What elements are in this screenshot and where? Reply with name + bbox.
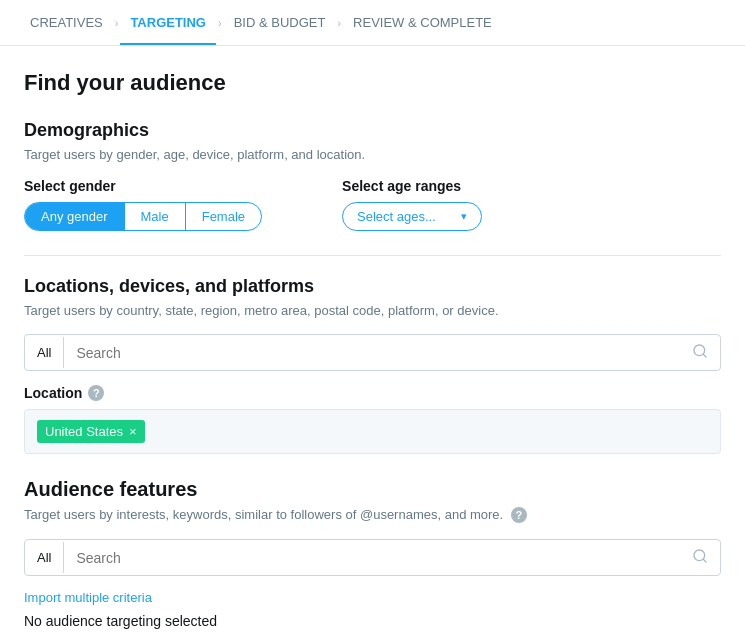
nav-chevron-3: ›: [337, 17, 341, 29]
location-field-label: Location ?: [24, 385, 721, 401]
gender-btn-any[interactable]: Any gender: [25, 203, 124, 230]
section-divider: [24, 255, 721, 256]
chevron-down-icon: ▾: [461, 210, 467, 223]
nav-chevron-1: ›: [115, 17, 119, 29]
audience-desc-text: Target users by interests, keywords, sim…: [24, 507, 503, 522]
location-label-text: Location: [24, 385, 82, 401]
locations-title: Locations, devices, and platforms: [24, 276, 721, 297]
location-tag-us: United States ×: [37, 420, 145, 443]
demographics-section: Demographics Target users by gender, age…: [24, 120, 721, 231]
gender-btn-male[interactable]: Male: [124, 203, 185, 230]
demographics-desc: Target users by gender, age, device, pla…: [24, 147, 721, 162]
svg-line-1: [703, 354, 706, 357]
location-tags-box: United States ×: [24, 409, 721, 454]
locations-desc: Target users by country, state, region, …: [24, 303, 721, 318]
audience-all-label: All: [25, 542, 64, 573]
audience-search-row: All: [24, 539, 721, 576]
age-dropdown[interactable]: Select ages... ▾: [342, 202, 482, 231]
nav-label-bid-budget: BID & BUDGET: [234, 15, 326, 30]
search-icon: [680, 335, 720, 370]
locations-all-label: All: [25, 337, 64, 368]
gender-age-row: Select gender Any gender Male Female Sel…: [24, 178, 721, 231]
age-label: Select age ranges: [342, 178, 482, 194]
page-title: Find your audience: [24, 70, 721, 96]
location-help-icon[interactable]: ?: [88, 385, 104, 401]
gender-button-group: Any gender Male Female: [24, 202, 262, 231]
import-multiple-link[interactable]: Import multiple criteria: [24, 590, 721, 605]
nav-item-review-complete[interactable]: REVIEW & COMPLETE: [343, 0, 502, 45]
gender-field-group: Select gender Any gender Male Female: [24, 178, 262, 231]
nav-item-creatives[interactable]: CREATIVES: [20, 0, 113, 45]
audience-help-icon[interactable]: ?: [511, 507, 527, 523]
age-field-group: Select age ranges Select ages... ▾: [342, 178, 482, 231]
main-content: Find your audience Demographics Target u…: [0, 46, 745, 640]
top-nav: CREATIVES › TARGETING › BID & BUDGET › R…: [0, 0, 745, 46]
no-targeting-text: No audience targeting selected: [24, 613, 721, 629]
audience-search-input[interactable]: [64, 542, 680, 574]
svg-line-3: [703, 559, 706, 562]
demographics-title: Demographics: [24, 120, 721, 141]
nav-chevron-2: ›: [218, 17, 222, 29]
audience-desc: Target users by interests, keywords, sim…: [24, 507, 721, 523]
locations-section: Locations, devices, and platforms Target…: [24, 276, 721, 454]
gender-label: Select gender: [24, 178, 262, 194]
nav-item-bid-budget[interactable]: BID & BUDGET: [224, 0, 336, 45]
location-tag-remove[interactable]: ×: [129, 425, 137, 438]
nav-label-review-complete: REVIEW & COMPLETE: [353, 15, 492, 30]
nav-label-targeting: TARGETING: [130, 15, 206, 30]
age-dropdown-text: Select ages...: [357, 209, 436, 224]
nav-label-creatives: CREATIVES: [30, 15, 103, 30]
audience-search-icon: [680, 540, 720, 575]
gender-btn-female[interactable]: Female: [185, 203, 261, 230]
locations-search-row: All: [24, 334, 721, 371]
locations-search-input[interactable]: [64, 337, 680, 369]
audience-section: Audience features Target users by intere…: [24, 478, 721, 629]
audience-title: Audience features: [24, 478, 721, 501]
nav-item-targeting[interactable]: TARGETING: [120, 0, 216, 45]
location-tag-name: United States: [45, 424, 123, 439]
